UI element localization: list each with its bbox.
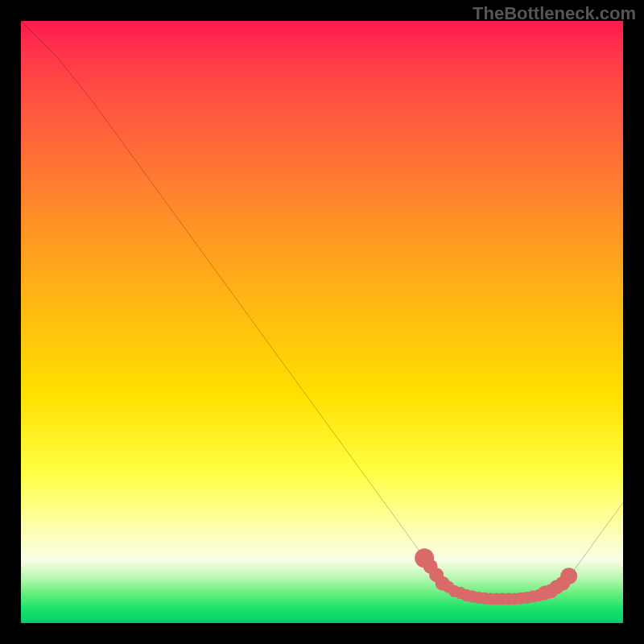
chart-plot-area	[21, 21, 623, 623]
chart-markers	[415, 548, 577, 605]
chart-curve	[21, 21, 623, 599]
chart-marker	[560, 568, 577, 584]
chart-svg	[21, 21, 623, 623]
watermark-text: TheBottleneck.com	[473, 3, 636, 24]
